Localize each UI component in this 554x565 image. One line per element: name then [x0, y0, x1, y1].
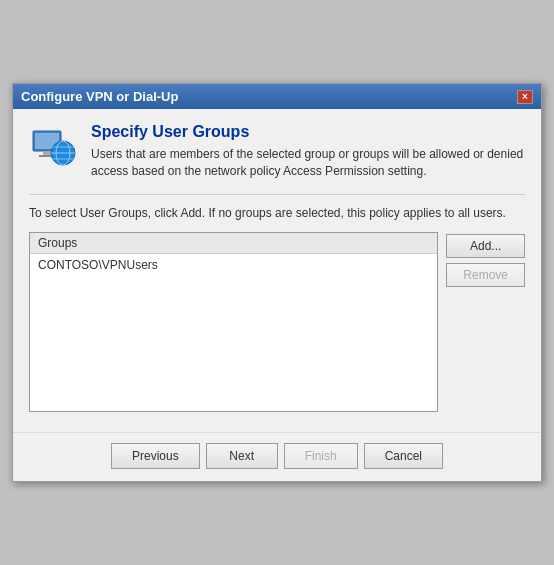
previous-button[interactable]: Previous [111, 443, 200, 469]
groups-column-header: Groups [30, 233, 437, 254]
bottom-navigation: Previous Next Finish Cancel [13, 432, 541, 481]
header-section: Specify User Groups Users that are membe… [29, 123, 525, 180]
next-button[interactable]: Next [206, 443, 278, 469]
wizard-icon [29, 123, 77, 171]
title-bar: Configure VPN or Dial-Up × [13, 84, 541, 109]
wizard-title: Specify User Groups [91, 123, 525, 141]
add-button[interactable]: Add... [446, 234, 525, 258]
header-divider [29, 194, 525, 195]
wizard-description: Users that are members of the selected g… [91, 146, 525, 180]
cancel-button[interactable]: Cancel [364, 443, 443, 469]
main-content: Specify User Groups Users that are membe… [13, 109, 541, 431]
info-text: To select User Groups, click Add. If no … [29, 205, 525, 222]
svg-rect-2 [43, 151, 51, 155]
close-button[interactable]: × [517, 90, 533, 104]
groups-list-container: Groups CONTOSO\VPNUsers [29, 232, 438, 412]
header-text: Specify User Groups Users that are membe… [91, 123, 525, 180]
groups-list-body[interactable]: CONTOSO\VPNUsers [30, 254, 437, 276]
list-item[interactable]: CONTOSO\VPNUsers [30, 256, 437, 274]
finish-button[interactable]: Finish [284, 443, 358, 469]
remove-button[interactable]: Remove [446, 263, 525, 287]
title-bar-text: Configure VPN or Dial-Up [21, 89, 178, 104]
dialog-window: Configure VPN or Dial-Up × [12, 83, 542, 481]
side-buttons: Add... Remove [446, 232, 525, 412]
groups-area: Groups CONTOSO\VPNUsers Add... Remove [29, 232, 525, 412]
